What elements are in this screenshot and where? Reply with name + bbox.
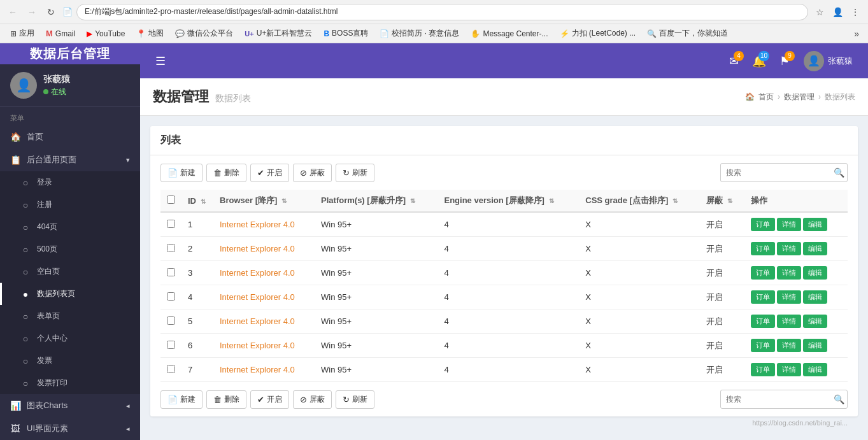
reload-button[interactable]: ↻ [43,4,59,20]
browser-link[interactable]: Internet Explorer 4.0 [220,244,295,253]
sidebar-item-charts[interactable]: 📊 图表Charts ◂ [0,394,140,417]
browser-link[interactable]: Internet Explorer 4.0 [220,365,295,374]
bookmark-gmail[interactable]: M Gmail [41,27,80,39]
bookmark-baidu[interactable]: 🔍 百度一下，你就知道 [642,27,733,40]
sort-icon-browser[interactable]: ⇅ [281,197,287,204]
bookmark-message[interactable]: ✋ Message Center-... [466,28,553,39]
profile-button[interactable]: 👤 [830,4,845,20]
order-button[interactable]: 订单 [751,363,775,376]
delete-button-bottom[interactable]: 🗑 删除 [206,390,246,409]
sidebar-item-datalist[interactable]: ● 数据列表页 [0,283,140,305]
row-checkbox[interactable] [167,292,175,301]
breadcrumb-home[interactable]: 首页 [758,92,774,103]
detail-button[interactable]: 详情 [777,242,801,255]
order-button[interactable]: 订单 [751,218,775,231]
th-shield[interactable]: 屏蔽 ⇅ [700,190,744,212]
detail-button[interactable]: 详情 [777,266,801,280]
sort-icon-id[interactable]: ⇅ [201,198,206,205]
bookmark-boss[interactable]: B BOSS直聘 [318,27,373,40]
search-input-top[interactable] [720,163,848,182]
browser-link[interactable]: Internet Explorer 4.0 [220,220,295,229]
sidebar-item-home[interactable]: 🏠 首页 [0,125,140,148]
block-button-bottom[interactable]: ⊘ 屏蔽 [293,390,332,409]
detail-button[interactable]: 详情 [777,363,801,376]
forward-button[interactable]: → [24,4,39,20]
row-checkbox[interactable] [167,365,175,373]
sidebar-item-invoiceprint[interactable]: ○ 发票打印 [0,372,140,394]
header-user-menu[interactable]: 👤 张藐猿 [799,48,858,74]
bookmark-apps[interactable]: ⊞ 应用 [5,27,39,40]
search-button-top[interactable]: 🔍 [830,163,848,182]
search-button-bottom[interactable]: 🔍 [830,390,848,409]
th-browser[interactable]: Browser [降序] ⇅ [213,190,315,212]
sidebar-item-invoice[interactable]: ○ 发票 [0,350,140,372]
bookmark-youtube[interactable]: ▶ YouTube [82,28,130,39]
order-button[interactable]: 订单 [751,290,775,304]
back-button[interactable]: ← [5,4,20,20]
browser-link[interactable]: Internet Explorer 4.0 [220,341,295,350]
order-button[interactable]: 订单 [751,266,775,280]
sort-icon-css[interactable]: ⇅ [672,197,678,204]
row-checkbox[interactable] [167,220,175,228]
edit-button[interactable]: 编辑 [803,339,827,352]
bookmark-maps[interactable]: 📍 地图 [131,27,169,40]
sidebar-item-register[interactable]: ○ 注册 [0,194,140,216]
sidebar-item-ui[interactable]: 🖼 UI界面元素 ◂ [0,417,140,440]
sidebar-item-profile[interactable]: ○ 个人中心 [0,327,140,350]
order-button[interactable]: 订单 [751,339,775,352]
bell-button[interactable]: 🔔 10 [748,50,771,73]
menu-dots-button[interactable]: ⋮ [848,4,863,20]
detail-button[interactable]: 详情 [777,315,801,328]
sort-icon-shield[interactable]: ⇅ [727,197,732,204]
th-css[interactable]: CSS grade [点击排序] ⇅ [579,190,700,212]
new-button-bottom[interactable]: 📄 新建 [160,390,203,409]
sort-icon-engine[interactable]: ⇅ [549,197,554,204]
bookmark-leetcode[interactable]: ⚡ 力扣 (LeetCode) ... [555,27,641,40]
edit-button[interactable]: 编辑 [803,266,827,280]
th-platform[interactable]: Platform(s) [屏蔽升序] ⇅ [315,190,438,212]
url-bar[interactable] [76,4,808,20]
new-button[interactable]: 📄 新建 [160,164,203,182]
edit-button[interactable]: 编辑 [803,315,827,328]
sort-icon-platform[interactable]: ⇅ [410,197,415,204]
detail-button[interactable]: 详情 [777,290,801,304]
edit-button[interactable]: 编辑 [803,242,827,255]
bookmark-star-button[interactable]: ☆ [812,4,827,20]
block-button[interactable]: ⊘ 屏蔽 [293,164,332,182]
th-id[interactable]: ID ⇅ [181,190,213,212]
flag-button[interactable]: ⚑ 9 [773,50,796,73]
search-input-bottom[interactable] [720,390,848,409]
edit-button[interactable]: 编辑 [803,218,827,231]
detail-button[interactable]: 详情 [777,218,801,231]
bookmark-wechat[interactable]: 💬 微信公众平台 [170,27,238,40]
row-checkbox[interactable] [167,244,175,252]
select-all-checkbox[interactable] [167,195,175,204]
browser-link[interactable]: Internet Explorer 4.0 [220,268,295,278]
bookmark-uplus[interactable]: U+ U+新工科智慧云 [239,27,317,40]
mail-button[interactable]: ✉ 4 [722,50,745,73]
sidebar-item-form[interactable]: ○ 表单页 [0,305,140,327]
sidebar-item-blank[interactable]: ○ 空白页 [0,260,140,283]
row-checkbox[interactable] [167,316,175,325]
row-checkbox[interactable] [167,268,175,276]
enable-button[interactable]: ✔ 开启 [250,164,289,182]
detail-button[interactable]: 详情 [777,339,801,352]
menu-toggle-button[interactable]: ☰ [150,52,171,71]
refresh-button[interactable]: ↻ 刷新 [336,164,374,182]
row-checkbox[interactable] [167,341,175,349]
browser-link[interactable]: Internet Explorer 4.0 [220,316,295,326]
refresh-button-bottom[interactable]: ↻ 刷新 [336,390,374,409]
sidebar-item-backend[interactable]: 📋 后台通用页面 ▾ [0,148,140,171]
edit-button[interactable]: 编辑 [803,290,827,304]
enable-button-bottom[interactable]: ✔ 开启 [250,390,289,409]
bookmark-job[interactable]: 📄 校招简历 · 赛意信息 [374,27,464,40]
breadcrumb-parent[interactable]: 数据管理 [784,92,815,103]
sidebar-item-500[interactable]: ○ 500页 [0,238,140,260]
sidebar-item-login[interactable]: ○ 登录 [0,171,140,194]
browser-link[interactable]: Internet Explorer 4.0 [220,292,295,302]
order-button[interactable]: 订单 [751,315,775,328]
sidebar-item-404[interactable]: ○ 404页 [0,216,140,238]
bookmarks-more-button[interactable]: » [850,27,863,40]
edit-button[interactable]: 编辑 [803,363,827,376]
delete-button[interactable]: 🗑 删除 [206,164,246,182]
